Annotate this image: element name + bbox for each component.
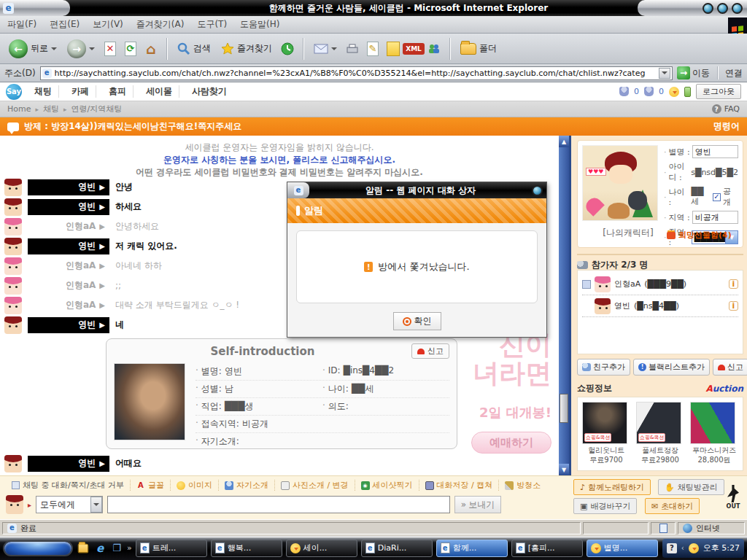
save-tool[interactable]: 대화저장 / 캡쳐 [419, 480, 499, 491]
exit-button[interactable]: OUT [724, 485, 743, 511]
add-friend-button[interactable]: 친구추가 [577, 359, 630, 376]
go-button[interactable]: → 이동 [677, 66, 710, 79]
info-icon[interactable]: i [729, 301, 738, 311]
sender-name-box[interactable]: 영빈▶ [28, 456, 109, 472]
menu-favorites[interactable]: 즐겨찾기(A) [136, 18, 185, 31]
print-button[interactable] [344, 41, 360, 57]
avatar[interactable] [4, 257, 22, 275]
avatar[interactable] [4, 297, 22, 314]
xml-button[interactable]: XML [406, 41, 422, 57]
room-manage-button[interactable]: ✋채팅방관리 [658, 479, 724, 495]
sayshot-tool[interactable]: ◉세이샷찍기 [355, 480, 419, 491]
window-titlebar[interactable]: e 함께하면 즐거운 사람들, 세이클럽 - Microsoft Interne… [0, 0, 747, 16]
taskbar-task[interactable]: 별명... [587, 540, 658, 557]
refresh-button[interactable]: ⟳ [123, 41, 139, 57]
product-item[interactable]: 푸마스니커즈28,800원 [690, 402, 738, 466]
sender-name-box[interactable]: 인형aA▶ [28, 298, 109, 314]
home-button[interactable]: ⌂ [143, 41, 159, 57]
scroll-down-button[interactable]: ▼ [559, 464, 569, 475]
search-button[interactable]: 검색 [174, 41, 214, 57]
avatar[interactable] [4, 277, 22, 295]
sender-name-box[interactable]: 영빈▶ [28, 238, 109, 254]
participant-checkbox[interactable] [582, 280, 591, 289]
blacklist-button[interactable]: !블랙리스트추가 [633, 359, 710, 376]
forward-dropdown-icon[interactable] [89, 47, 95, 50]
self-intro-tool[interactable]: 자기소개 [218, 480, 274, 491]
nav-chat[interactable]: 채팅 [28, 85, 59, 98]
avatar[interactable] [4, 218, 22, 236]
quicklaunch-ie[interactable]: e [93, 542, 107, 555]
minimize-button[interactable] [703, 3, 713, 14]
forward-button[interactable]: → [64, 38, 98, 60]
ad-reserve-button[interactable]: 예매하기 [471, 432, 551, 454]
taskbar-task[interactable]: e트레... [136, 540, 207, 557]
taskbar-task[interactable]: 세이... [286, 540, 357, 557]
sender-name-box[interactable]: 영빈▶ [28, 317, 109, 333]
chat-scrollbar[interactable]: ▲ ▼ [559, 136, 569, 475]
back-dropdown-icon[interactable] [51, 47, 57, 50]
favorites-button[interactable]: 즐겨찾기 [218, 41, 275, 57]
links-label[interactable]: 연결 [725, 67, 743, 79]
breadcrumb-home[interactable]: Home [7, 104, 31, 114]
dialog-close-button[interactable] [532, 185, 543, 196]
wish-gift-link[interactable]: 희망선물함(4) [667, 230, 732, 241]
reject-toggle[interactable]: 채팅 중 대화/쪽지/초대 거부 [6, 480, 130, 491]
message-input[interactable] [107, 496, 450, 513]
maximize-button[interactable] [717, 3, 728, 14]
history-button[interactable] [279, 41, 295, 57]
taskbar-task[interactable]: e[홈피... [511, 540, 583, 557]
age-public-checkbox[interactable] [713, 193, 721, 201]
font-tool[interactable]: A글꼴 [130, 480, 170, 491]
reject-checkbox[interactable] [12, 481, 20, 489]
folder-button[interactable]: 폴더 [457, 41, 500, 56]
product-item[interactable]: 쇼핑&옥션 헐리웃니트무료9700 [582, 402, 630, 466]
sender-name-box[interactable]: 영빈▶ [28, 199, 109, 215]
commands-link[interactable]: 명령어 [713, 120, 740, 133]
taskbar-task[interactable]: eDiaRi... [361, 540, 433, 557]
tray-chick-icon[interactable] [689, 543, 699, 553]
avatar[interactable] [4, 179, 22, 196]
friends-icon[interactable] [619, 87, 629, 96]
participant-row[interactable]: 인형aA (███9██) i [582, 273, 738, 295]
sing-together-button[interactable]: ♪함께노래팅하기 [573, 479, 651, 495]
taskbar-task-active[interactable]: e함께... [436, 540, 508, 557]
scrollbar-thumb[interactable] [560, 394, 568, 423]
product-item[interactable]: 쇼핑&옥션 풀세트정장무료29800 [636, 402, 684, 466]
clean-tool[interactable]: 방청소 [498, 480, 546, 491]
logout-button[interactable]: 로그아웃 [696, 84, 741, 99]
auction-logo[interactable]: Auction [705, 384, 743, 394]
avatar[interactable] [4, 455, 22, 472]
target-select[interactable]: 모두에게 [36, 496, 103, 513]
chevron-left-icon[interactable]: ‹ [681, 544, 684, 552]
quicklaunch-desktop[interactable]: ❐ [110, 542, 123, 555]
sender-name-box[interactable]: 영빈▶ [28, 179, 109, 195]
sender-name-box[interactable]: 인형aA▶ [28, 278, 109, 294]
mail-button[interactable] [311, 42, 340, 55]
change-bg-button[interactable]: ▣배경바꾸기 [573, 498, 637, 514]
menu-tools[interactable]: 도구(T) [197, 18, 227, 31]
avatar[interactable] [4, 198, 22, 216]
avatar[interactable] [4, 238, 22, 255]
nav-homepage[interactable]: 홈피 [102, 85, 133, 98]
sender-name-box[interactable]: 인형aA▶ [28, 219, 109, 235]
mobile-icon[interactable] [684, 87, 691, 97]
menu-help[interactable]: 도움말(H) [240, 18, 279, 31]
close-button[interactable] [732, 3, 743, 14]
report-button[interactable]: 신고 [411, 343, 449, 359]
sender-name-box[interactable]: 인형aA▶ [28, 258, 109, 274]
menu-file[interactable]: 파일(F) [7, 18, 36, 31]
start-button[interactable] [3, 540, 73, 556]
report-button[interactable]: 신고 [713, 359, 747, 376]
menu-edit[interactable]: 편집(E) [50, 18, 80, 31]
url-dropdown-icon[interactable] [659, 68, 670, 79]
chevron-icon[interactable]: » [127, 543, 132, 553]
nav-cafe[interactable]: 카페 [65, 85, 96, 98]
notes-button[interactable] [385, 41, 401, 57]
nick-input[interactable]: 영빈 [692, 145, 738, 158]
nav-saymall[interactable]: 세이몰 [139, 85, 179, 98]
send-button[interactable]: »보내기 [454, 496, 501, 513]
url-input[interactable]: e http://saychatting.sayclub.com/chat/ch… [40, 66, 673, 80]
taskbar-task[interactable]: e행복... [211, 540, 282, 557]
nav-people-search[interactable]: 사람찾기 [185, 85, 233, 98]
confirm-button[interactable]: 확인 [393, 312, 441, 330]
